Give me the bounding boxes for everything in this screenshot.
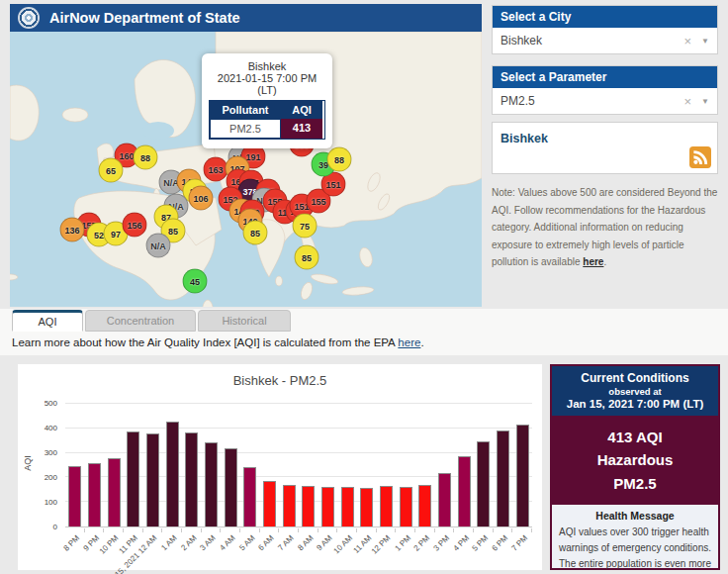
x-axis-tick-label: 5 PM bbox=[471, 533, 491, 553]
tab-aqi[interactable]: AQI bbox=[12, 310, 83, 332]
chart-bar[interactable] bbox=[166, 422, 179, 526]
map-marker[interactable]: 88 bbox=[134, 145, 158, 170]
rss-feed-icon[interactable] bbox=[689, 146, 711, 168]
popup-aqi-header: AQI bbox=[281, 101, 322, 119]
app-title: AirNow Department of State bbox=[49, 10, 240, 26]
chart-bar[interactable] bbox=[146, 433, 159, 526]
city-dropdown-caret-icon[interactable]: ▼ bbox=[701, 37, 709, 46]
tab-bar: AQI Concentration Historical bbox=[12, 310, 291, 332]
health-message-text: AQI values over 300 trigger health warni… bbox=[559, 525, 711, 574]
chart-bar[interactable] bbox=[516, 425, 529, 526]
chart-bar[interactable] bbox=[380, 486, 393, 526]
learn-more-before: Learn more about how the Air Quality Ind… bbox=[12, 336, 398, 348]
x-axis-tick-label: 7 AM bbox=[276, 533, 295, 552]
health-message-title: Health Message bbox=[559, 510, 711, 522]
x-axis-tick-label: 7 PM bbox=[509, 533, 529, 553]
chart-bar[interactable] bbox=[88, 463, 101, 526]
health-message-block: Health Message AQI values over 300 trigg… bbox=[552, 505, 718, 574]
map-marker[interactable]: 88 bbox=[327, 147, 352, 172]
learn-more-here-link[interactable]: here bbox=[398, 336, 420, 348]
popup-city: Bishkek bbox=[209, 60, 325, 72]
map-marker[interactable]: 45 bbox=[183, 269, 208, 294]
beyond-aqi-note: Note: Values above 500 are considered Be… bbox=[492, 184, 720, 271]
tabs-strip: AQI Concentration Historical Learn more … bbox=[0, 309, 728, 355]
chart-bar[interactable] bbox=[108, 458, 121, 526]
popup-datetime: 2021-01-15 7:00 PM bbox=[209, 72, 325, 84]
map-marker[interactable]: N/A bbox=[146, 234, 171, 258]
chart-plot-area bbox=[65, 404, 532, 527]
chart-bar[interactable] bbox=[68, 466, 81, 526]
world-aqi-map[interactable]: 1608865N/A14183106N/A163N/A1911071611673… bbox=[10, 32, 482, 307]
chart-bar[interactable] bbox=[185, 432, 198, 526]
current-aqi-parameter: PM2.5 bbox=[556, 472, 714, 495]
chart-bar[interactable] bbox=[400, 487, 412, 526]
conditions-title: Current Conditions bbox=[556, 371, 714, 385]
map-marker[interactable]: 75 bbox=[293, 214, 318, 239]
chart-bar[interactable] bbox=[302, 486, 315, 526]
map-marker[interactable]: 65 bbox=[99, 158, 124, 183]
tab-historical[interactable]: Historical bbox=[198, 310, 291, 332]
chart-bar[interactable] bbox=[477, 441, 490, 526]
x-axis-tick-label: 3 PM bbox=[431, 533, 451, 553]
chart-yticks: 0100200300400500 bbox=[32, 404, 61, 527]
chart-bar[interactable] bbox=[243, 467, 256, 526]
x-axis-tick-label: 3 AM bbox=[199, 533, 218, 552]
chart-bars bbox=[65, 404, 532, 526]
chart-bar[interactable] bbox=[321, 487, 334, 526]
current-aqi-value: 413 AQI bbox=[556, 426, 714, 448]
chart-bar[interactable] bbox=[458, 456, 471, 526]
chart-bar[interactable] bbox=[205, 442, 218, 526]
chart-bar[interactable] bbox=[263, 481, 276, 526]
tab-concentration[interactable]: Concentration bbox=[85, 310, 196, 332]
x-axis-tick-label: 1 AM bbox=[159, 533, 178, 552]
city-select[interactable]: Bishkek × ▼ bbox=[493, 28, 717, 53]
feed-city-link[interactable]: Bishkek bbox=[500, 132, 548, 145]
map-marker[interactable]: 106 bbox=[189, 186, 214, 211]
x-axis-tick-label: 4 PM bbox=[451, 533, 471, 553]
chart-bar[interactable] bbox=[418, 485, 431, 527]
x-axis-tick-label: 8 PM bbox=[62, 533, 82, 553]
y-axis-tick-label: 100 bbox=[45, 498, 57, 507]
parameter-select[interactable]: PM2.5 × ▼ bbox=[493, 88, 717, 114]
popup-table: Pollutant AQI PM2.5 413 bbox=[209, 100, 325, 140]
x-axis-tick-label: 2 AM bbox=[179, 533, 198, 552]
chart-bar[interactable] bbox=[127, 431, 139, 526]
popup-pollutant-header: Pollutant bbox=[210, 101, 281, 119]
chart-bar[interactable] bbox=[225, 448, 237, 526]
parameter-dropdown-caret-icon[interactable]: ▼ bbox=[701, 97, 709, 106]
x-axis-tick-label: 2 PM bbox=[412, 533, 432, 553]
map-marker[interactable]: 85 bbox=[295, 245, 319, 270]
x-axis-tick-label: 5 AM bbox=[237, 533, 256, 552]
map-popup: Bishkek 2021-01-15 7:00 PM (LT) Pollutan… bbox=[202, 53, 332, 148]
chart-bar[interactable] bbox=[283, 485, 296, 527]
popup-aqi-value: 413 bbox=[281, 119, 322, 139]
map-marker[interactable]: 136 bbox=[60, 218, 85, 242]
parameter-clear-icon[interactable]: × bbox=[683, 94, 691, 109]
select-city-label: Select a City bbox=[493, 6, 717, 28]
note-period: . bbox=[603, 256, 606, 267]
chart-bar[interactable] bbox=[497, 430, 509, 527]
chart-bar[interactable] bbox=[341, 487, 354, 526]
current-conditions-panel: Current Conditions observed at Jan 15, 2… bbox=[550, 364, 720, 570]
city-clear-icon[interactable]: × bbox=[683, 34, 691, 48]
conditions-datetime: Jan 15, 2021 7:00 PM (LT) bbox=[556, 398, 714, 410]
conditions-observed-at: observed at bbox=[556, 386, 714, 397]
chart-bar[interactable] bbox=[438, 473, 451, 526]
x-axis-tick-label: 4 AM bbox=[218, 533, 236, 552]
city-feed-box: Bishkek bbox=[492, 122, 718, 174]
city-select-value: Bishkek bbox=[500, 34, 683, 48]
chart-title: Bishkek - PM2.5 bbox=[18, 364, 542, 388]
y-axis-tick-label: 200 bbox=[45, 473, 57, 482]
learn-more-text: Learn more about how the Air Quality Ind… bbox=[12, 336, 424, 348]
chart-xlabels: 8 PM9 PM10 PM11 PM15, 2021 12 AM1 AM2 AM… bbox=[65, 528, 532, 568]
note-here-link[interactable]: here bbox=[583, 256, 603, 267]
select-parameter-panel: Select a Parameter PM2.5 × ▼ bbox=[492, 65, 718, 115]
current-conditions-header: Current Conditions observed at Jan 15, 2… bbox=[552, 366, 718, 416]
airnow-page: AirNow Department of State bbox=[0, 0, 728, 574]
x-axis-tick-label: 6 PM bbox=[490, 533, 509, 553]
map-marker[interactable]: 85 bbox=[243, 221, 268, 245]
department-of-state-seal-icon bbox=[18, 7, 40, 29]
chart-bar[interactable] bbox=[360, 488, 373, 526]
x-axis-tick-label: 8 AM bbox=[296, 533, 315, 552]
map-marker[interactable]: 156 bbox=[123, 213, 147, 238]
